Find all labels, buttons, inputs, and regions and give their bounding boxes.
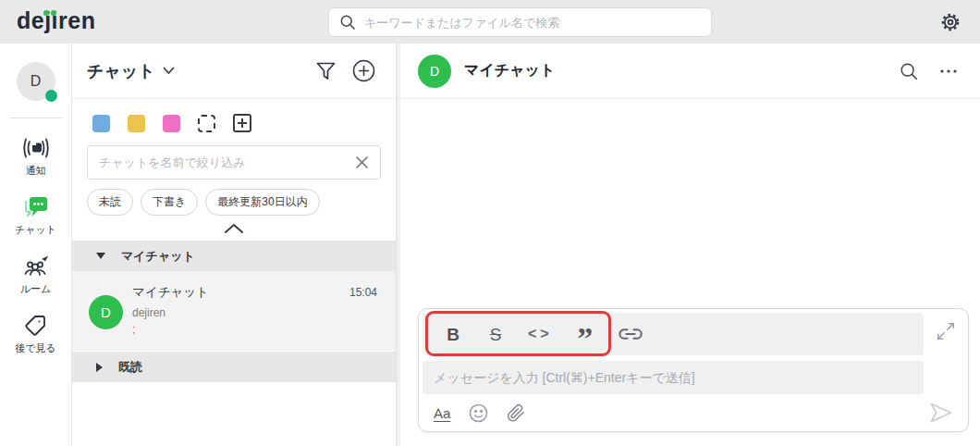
avatar: D <box>418 55 451 88</box>
chat-item-sender: dejiren <box>132 306 377 319</box>
chip-drafts[interactable]: 下書き <box>141 189 198 216</box>
chat-list-item[interactable]: D マイチャット 15:04 dejiren ; <box>72 271 396 351</box>
tag-icon <box>23 315 49 337</box>
chat-list-title: チャット <box>87 60 155 82</box>
logo-green-dot <box>43 10 49 16</box>
chat-list-title-dropdown[interactable]: チャット <box>87 60 175 82</box>
section-label: マイチャット <box>121 248 195 265</box>
left-sidebar: D 通知 チャット <box>0 43 72 446</box>
broadcast-icon <box>22 137 50 159</box>
chat-name-filter-input[interactable] <box>99 155 355 169</box>
color-filter-row <box>72 99 396 132</box>
sidebar-item-chat[interactable]: チャット <box>0 196 71 237</box>
user-avatar[interactable]: D <box>17 62 55 101</box>
filter-chip-row: 未読 下書き 最終更新30日以内 <box>87 189 381 216</box>
search-icon <box>338 13 357 31</box>
collapse-filters-control[interactable] <box>72 216 396 240</box>
section-header-my-chat[interactable]: マイチャット <box>72 241 396 271</box>
gear-icon[interactable] <box>939 11 962 33</box>
attachment-icon[interactable] <box>507 403 525 423</box>
chat-bubble-icon <box>22 196 50 218</box>
sidebar-item-label: 後で見る <box>15 341 56 355</box>
app-logo: dejiren <box>17 7 95 34</box>
sidebar-item-watch-later[interactable]: 後で見る <box>0 315 71 355</box>
chat-header: D マイチャット <box>400 43 980 99</box>
more-options-icon[interactable] <box>939 68 958 74</box>
sidebar-item-label: 通知 <box>26 164 46 178</box>
chip-updated-30days[interactable]: 最終更新30日以内 <box>205 189 319 216</box>
message-input[interactable] <box>434 370 913 385</box>
bold-icon[interactable]: B <box>443 326 463 343</box>
sidebar-item-rooms[interactable]: ルーム <box>0 255 71 296</box>
code-icon[interactable]: <> <box>528 327 553 341</box>
emoji-icon[interactable] <box>469 403 488 423</box>
section-header-read[interactable]: 既読 <box>72 352 396 382</box>
text-format-icon[interactable]: Aa <box>434 405 450 421</box>
color-swatch-pink[interactable] <box>163 115 180 132</box>
link-icon[interactable] <box>618 328 643 341</box>
message-input-row[interactable] <box>423 361 924 394</box>
chat-list-header: チャット <box>72 43 396 99</box>
section-expanded-icon <box>96 253 105 259</box>
collapse-chevron-icon <box>224 223 244 234</box>
filter-funnel-icon[interactable] <box>316 62 336 81</box>
chat-item-preview: ; <box>132 323 377 336</box>
logo-green-dot <box>51 10 56 16</box>
online-status-dot <box>45 90 57 102</box>
blockquote-icon[interactable]: ” <box>575 325 595 343</box>
formatting-toolbar: B S <> ” <box>423 313 924 355</box>
send-icon[interactable] <box>929 402 953 424</box>
color-swatch-blue[interactable] <box>92 115 110 132</box>
divider <box>10 118 62 118</box>
section-label: 既読 <box>118 359 142 376</box>
expand-icon[interactable] <box>937 322 955 341</box>
composer-bottom-bar: Aa <box>423 394 964 431</box>
sidebar-item-notifications[interactable]: 通知 <box>0 137 71 178</box>
app-header: dejiren <box>0 0 980 43</box>
chip-unread[interactable]: 未読 <box>87 189 133 216</box>
room-people-icon <box>22 255 50 278</box>
global-search[interactable] <box>328 7 712 37</box>
chat-name-filter[interactable] <box>87 145 381 180</box>
color-swatch-yellow[interactable] <box>128 115 145 132</box>
clear-filter-icon[interactable] <box>355 155 369 169</box>
main-chat-panel: D マイチャット B S <> ” <box>400 43 980 446</box>
avatar: D <box>89 295 123 329</box>
chat-item-time: 15:04 <box>349 286 377 299</box>
strikethrough-icon[interactable]: S <box>485 326 506 343</box>
section-collapsed-icon <box>96 363 103 372</box>
chat-title: マイチャット <box>464 61 555 81</box>
chevron-down-icon <box>163 67 175 75</box>
sidebar-item-label: チャット <box>15 223 56 237</box>
search-in-chat-icon[interactable] <box>899 61 919 81</box>
color-swatch-none[interactable] <box>198 115 215 132</box>
chat-item-title: マイチャット <box>132 284 209 301</box>
message-composer: B S <> ” Aa <box>418 308 969 432</box>
chat-list-panel: チャット <box>72 43 397 446</box>
sidebar-item-label: ルーム <box>20 282 52 296</box>
global-search-input[interactable] <box>364 16 702 30</box>
add-chat-icon[interactable] <box>352 59 375 82</box>
add-color-swatch-icon[interactable] <box>233 114 251 132</box>
